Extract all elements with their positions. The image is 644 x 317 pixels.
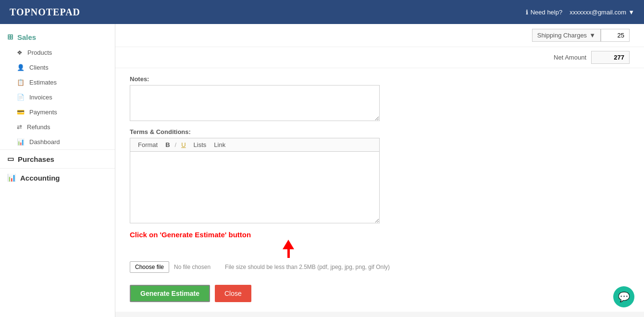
terms-textarea[interactable] [130, 151, 380, 223]
separator1: / [175, 141, 177, 148]
action-buttons: Generate Estimate Close [115, 278, 644, 312]
help-link[interactable]: ℹ Need help? [526, 9, 563, 16]
terms-toolbar: Format B / U Lists Link [130, 138, 380, 151]
sidebar-sales-section[interactable]: ⊞ Sales [0, 29, 115, 45]
notes-section: Notes: [115, 68, 644, 122]
notes-label: Notes: [130, 75, 630, 83]
sidebar-item-estimates[interactable]: 📋 Estimates [0, 75, 115, 90]
arrow-indicator [115, 239, 644, 259]
net-amount-row: Net Amount 277 [115, 47, 644, 68]
terms-label: Terms & Conditions: [130, 128, 630, 135]
close-button[interactable]: Close [215, 285, 251, 302]
file-hint: File size should be less than 2.5MB (pdf… [225, 264, 390, 270]
format-button[interactable]: Format [134, 140, 161, 149]
terms-section: Terms & Conditions: Format B / U Lists L… [115, 122, 644, 225]
lists-button[interactable]: Lists [190, 140, 211, 149]
instruction-text: Click on 'Generate Estimate' button [115, 225, 644, 239]
sales-icon: ⊞ [7, 33, 13, 41]
products-icon: ❖ [17, 49, 23, 56]
bold-button[interactable]: B [161, 140, 173, 149]
generate-estimate-button[interactable]: Generate Estimate [130, 285, 210, 302]
help-icon: ℹ [526, 9, 528, 16]
sidebar-item-payments[interactable]: 💳 Payments [0, 105, 115, 120]
logo: TopNotepad [10, 7, 80, 18]
sidebar-item-clients[interactable]: 👤 Clients [0, 60, 115, 75]
refunds-icon: ⇄ [17, 123, 22, 131]
purchases-icon: ▭ [7, 155, 14, 163]
header: TopNotepad ℹ Need help? xxxxxxx@gmail.co… [0, 0, 644, 24]
dashboard-icon: 📊 [17, 138, 25, 146]
sidebar-item-dashboard[interactable]: 📊 Dashboard [0, 134, 115, 149]
choose-file-button[interactable]: Choose file [130, 261, 169, 273]
shipping-row: Shipping Charges ▼ 25 [115, 24, 644, 47]
net-amount-value: 277 [591, 51, 630, 64]
underline-button[interactable]: U [177, 140, 189, 149]
clients-icon: 👤 [17, 64, 25, 71]
notes-textarea[interactable] [130, 85, 380, 121]
accounting-icon: 📊 [7, 173, 16, 182]
chat-bubble[interactable]: 💬 [613, 286, 634, 307]
payments-icon: 💳 [17, 109, 25, 116]
red-arrow [283, 240, 294, 258]
link-button[interactable]: Link [210, 140, 229, 149]
file-upload-row: Choose file No file chosen File size sho… [115, 259, 644, 278]
shipping-dropdown[interactable]: Shipping Charges ▼ 25 [532, 29, 630, 42]
sidebar-item-invoices[interactable]: 📄 Invoices [0, 90, 115, 105]
chat-icon: 💬 [618, 291, 630, 303]
layout: ⊞ Sales ❖ Products 👤 Clients 📋 Estimates… [0, 24, 644, 317]
sidebar-accounting-section[interactable]: 📊 Accounting [0, 168, 115, 187]
header-right: ℹ Need help? xxxxxxx@gmail.com ▼ [526, 9, 634, 16]
sidebar-purchases-section[interactable]: ▭ Purchases [0, 149, 115, 168]
main-content: Shipping Charges ▼ 25 Net Amount 277 Not… [115, 24, 644, 317]
sidebar: ⊞ Sales ❖ Products 👤 Clients 📋 Estimates… [0, 24, 115, 317]
shipping-value[interactable]: 25 [601, 29, 630, 42]
sidebar-item-products[interactable]: ❖ Products [0, 45, 115, 60]
shipping-select[interactable]: Shipping Charges ▼ [532, 29, 601, 42]
invoices-icon: 📄 [17, 94, 25, 101]
no-file-text: No file chosen [174, 264, 211, 270]
net-amount-label: Net Amount [554, 54, 586, 61]
user-menu[interactable]: xxxxxxx@gmail.com ▼ [570, 9, 634, 16]
estimates-icon: 📋 [17, 79, 25, 86]
sidebar-item-refunds[interactable]: ⇄ Refunds [0, 120, 115, 134]
